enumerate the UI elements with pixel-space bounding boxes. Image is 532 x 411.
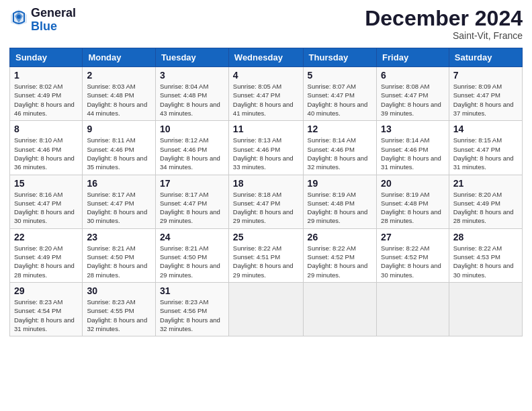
week-row-2: 8Sunrise: 8:10 AM Sunset: 4:46 PM Daylig… [10, 121, 523, 175]
logo-blue-text: Blue [31, 20, 76, 34]
day-cell: 22Sunrise: 8:20 AM Sunset: 4:49 PM Dayli… [10, 228, 83, 282]
day-number: 21 [453, 178, 518, 189]
calendar-table: Sunday Monday Tuesday Wednesday Thursday… [9, 48, 523, 336]
day-cell: 8Sunrise: 8:10 AM Sunset: 4:46 PM Daylig… [10, 121, 83, 175]
day-number: 14 [453, 124, 518, 134]
col-tuesday: Tuesday [156, 48, 229, 67]
svg-point-1 [17, 15, 21, 19]
day-cell: 4Sunrise: 8:05 AM Sunset: 4:47 PM Daylig… [228, 67, 303, 121]
location: Saint-Vit, France [365, 30, 523, 41]
day-number: 12 [308, 124, 372, 134]
day-detail: Sunrise: 8:11 AM Sunset: 4:46 PM Dayligh… [87, 136, 151, 171]
day-cell: 11Sunrise: 8:13 AM Sunset: 4:46 PM Dayli… [228, 121, 303, 175]
day-number: 13 [381, 124, 445, 134]
day-cell: 30Sunrise: 8:23 AM Sunset: 4:55 PM Dayli… [83, 282, 156, 336]
day-cell: 13Sunrise: 8:14 AM Sunset: 4:46 PM Dayli… [377, 121, 449, 175]
day-cell: 16Sunrise: 8:17 AM Sunset: 4:47 PM Dayli… [83, 175, 156, 228]
day-detail: Sunrise: 8:14 AM Sunset: 4:46 PM Dayligh… [308, 136, 372, 171]
day-cell: 10Sunrise: 8:12 AM Sunset: 4:46 PM Dayli… [156, 121, 229, 175]
logo-text: General Blue [31, 7, 76, 34]
day-detail: Sunrise: 8:02 AM Sunset: 4:49 PM Dayligh… [14, 82, 78, 118]
day-detail: Sunrise: 8:14 AM Sunset: 4:46 PM Dayligh… [381, 136, 445, 171]
day-number: 3 [160, 70, 224, 81]
day-number: 5 [308, 70, 372, 81]
day-detail: Sunrise: 8:15 AM Sunset: 4:47 PM Dayligh… [453, 136, 518, 171]
day-cell: 21Sunrise: 8:20 AM Sunset: 4:49 PM Dayli… [449, 175, 522, 228]
day-number: 2 [87, 70, 151, 81]
col-thursday: Thursday [303, 48, 376, 67]
day-detail: Sunrise: 8:22 AM Sunset: 4:51 PM Dayligh… [233, 244, 299, 279]
day-number: 23 [87, 232, 151, 242]
day-cell: 24Sunrise: 8:21 AM Sunset: 4:50 PM Dayli… [156, 228, 229, 282]
day-number: 6 [381, 70, 445, 81]
day-cell: 20Sunrise: 8:19 AM Sunset: 4:48 PM Dayli… [377, 175, 449, 228]
day-detail: Sunrise: 8:22 AM Sunset: 4:52 PM Dayligh… [381, 244, 445, 279]
week-row-4: 22Sunrise: 8:20 AM Sunset: 4:49 PM Dayli… [10, 228, 523, 282]
header: General Blue December 2024 Saint-Vit, Fr… [9, 7, 523, 41]
day-number: 27 [381, 232, 445, 242]
day-cell: 2Sunrise: 8:03 AM Sunset: 4:48 PM Daylig… [83, 67, 156, 121]
day-cell: 14Sunrise: 8:15 AM Sunset: 4:47 PM Dayli… [449, 121, 522, 175]
day-number: 19 [308, 178, 372, 189]
day-detail: Sunrise: 8:07 AM Sunset: 4:47 PM Dayligh… [308, 82, 372, 118]
day-detail: Sunrise: 8:23 AM Sunset: 4:56 PM Dayligh… [160, 298, 224, 333]
day-cell: 3Sunrise: 8:04 AM Sunset: 4:48 PM Daylig… [156, 67, 229, 121]
day-number: 7 [453, 70, 518, 81]
day-number: 10 [160, 124, 224, 134]
day-detail: Sunrise: 8:03 AM Sunset: 4:48 PM Dayligh… [87, 82, 151, 118]
day-number: 11 [233, 124, 299, 134]
logo-general-text: General [31, 7, 76, 20]
day-cell: 27Sunrise: 8:22 AM Sunset: 4:52 PM Dayli… [377, 228, 449, 282]
day-detail: Sunrise: 8:19 AM Sunset: 4:48 PM Dayligh… [308, 190, 372, 226]
day-cell: 7Sunrise: 8:09 AM Sunset: 4:47 PM Daylig… [449, 67, 522, 121]
day-number: 18 [233, 178, 299, 189]
day-detail: Sunrise: 8:23 AM Sunset: 4:55 PM Dayligh… [87, 298, 151, 333]
day-cell [303, 282, 376, 336]
logo: General Blue [9, 7, 76, 34]
week-row-1: 1Sunrise: 8:02 AM Sunset: 4:49 PM Daylig… [10, 67, 523, 121]
day-cell [449, 282, 522, 336]
col-sunday: Sunday [10, 48, 83, 67]
day-number: 8 [14, 124, 78, 134]
day-detail: Sunrise: 8:17 AM Sunset: 4:47 PM Dayligh… [87, 190, 151, 226]
day-detail: Sunrise: 8:22 AM Sunset: 4:52 PM Dayligh… [308, 244, 372, 279]
day-number: 20 [381, 178, 445, 189]
day-cell: 18Sunrise: 8:18 AM Sunset: 4:47 PM Dayli… [228, 175, 303, 228]
day-number: 31 [160, 285, 224, 296]
day-detail: Sunrise: 8:05 AM Sunset: 4:47 PM Dayligh… [233, 82, 299, 118]
day-number: 15 [14, 178, 78, 189]
day-number: 26 [308, 232, 372, 242]
day-number: 4 [233, 70, 299, 81]
day-number: 9 [87, 124, 151, 134]
day-number: 1 [14, 70, 78, 81]
day-detail: Sunrise: 8:17 AM Sunset: 4:47 PM Dayligh… [160, 190, 224, 226]
day-cell: 6Sunrise: 8:08 AM Sunset: 4:47 PM Daylig… [377, 67, 449, 121]
day-detail: Sunrise: 8:23 AM Sunset: 4:54 PM Dayligh… [14, 298, 78, 333]
day-cell: 9Sunrise: 8:11 AM Sunset: 4:46 PM Daylig… [83, 121, 156, 175]
col-wednesday: Wednesday [228, 48, 303, 67]
day-number: 28 [453, 232, 518, 242]
day-cell: 23Sunrise: 8:21 AM Sunset: 4:50 PM Dayli… [83, 228, 156, 282]
month-title: December 2024 [365, 7, 523, 30]
day-detail: Sunrise: 8:13 AM Sunset: 4:46 PM Dayligh… [233, 136, 299, 171]
calendar-body: 1Sunrise: 8:02 AM Sunset: 4:49 PM Daylig… [10, 67, 523, 336]
page: General Blue December 2024 Saint-Vit, Fr… [0, 0, 532, 411]
day-detail: Sunrise: 8:20 AM Sunset: 4:49 PM Dayligh… [453, 190, 518, 226]
day-cell: 1Sunrise: 8:02 AM Sunset: 4:49 PM Daylig… [10, 67, 83, 121]
col-monday: Monday [83, 48, 156, 67]
calendar-header: Sunday Monday Tuesday Wednesday Thursday… [10, 48, 523, 67]
day-number: 17 [160, 178, 224, 189]
col-friday: Friday [377, 48, 449, 67]
day-detail: Sunrise: 8:09 AM Sunset: 4:47 PM Dayligh… [453, 82, 518, 118]
day-number: 25 [233, 232, 299, 242]
day-detail: Sunrise: 8:04 AM Sunset: 4:48 PM Dayligh… [160, 82, 224, 118]
day-detail: Sunrise: 8:21 AM Sunset: 4:50 PM Dayligh… [160, 244, 224, 279]
day-cell [377, 282, 449, 336]
day-cell: 28Sunrise: 8:22 AM Sunset: 4:53 PM Dayli… [449, 228, 522, 282]
day-detail: Sunrise: 8:18 AM Sunset: 4:47 PM Dayligh… [233, 190, 299, 226]
week-row-5: 29Sunrise: 8:23 AM Sunset: 4:54 PM Dayli… [10, 282, 523, 336]
day-detail: Sunrise: 8:21 AM Sunset: 4:50 PM Dayligh… [87, 244, 151, 279]
day-detail: Sunrise: 8:20 AM Sunset: 4:49 PM Dayligh… [14, 244, 78, 279]
day-number: 30 [87, 285, 151, 296]
day-cell: 19Sunrise: 8:19 AM Sunset: 4:48 PM Dayli… [303, 175, 376, 228]
